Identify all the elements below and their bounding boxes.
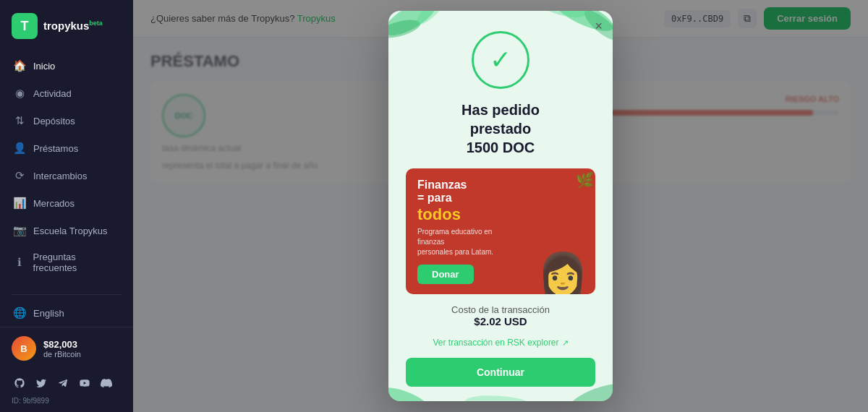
- modal-overlay: × ✓ Has pedido prestado 1500 DOC Finanza…: [133, 0, 868, 412]
- continue-button[interactable]: Continuar: [406, 358, 595, 387]
- language-icon: 🌐: [13, 306, 26, 319]
- ad-title-line2: = para: [417, 192, 452, 204]
- ad-title: Finanzas = para todos: [417, 179, 584, 223]
- transaction-cost-label: Costo de la transacción: [451, 304, 550, 315]
- rsk-explorer-link[interactable]: Ver transacción en RSK explorer ↗: [433, 338, 568, 348]
- ad-person-decoration: 👩: [537, 254, 588, 294]
- sidebar-label-intercambios: Intercambios: [33, 171, 87, 181]
- modal-close-button[interactable]: ×: [595, 20, 603, 33]
- sidebar-item-preguntas[interactable]: ℹ Preguntas frecuentes: [0, 244, 133, 280]
- deposit-icon: ⇅: [13, 114, 26, 127]
- transaction-cost: Costo de la transacción $2.02 USD: [451, 304, 550, 327]
- ad-banner: Finanzas = para todos Programa educativo…: [406, 168, 595, 294]
- markets-icon: 📊: [13, 197, 26, 210]
- logo[interactable]: T tropykusbeta: [0, 0, 133, 49]
- sidebar-label-actividad: Actividad: [33, 88, 72, 99]
- divider: [12, 294, 122, 295]
- sidebar-item-language[interactable]: 🌐 English: [0, 299, 133, 327]
- logo-text: tropykusbeta: [43, 20, 103, 33]
- explorer-link-label: Ver transacción en RSK explorer: [433, 338, 558, 348]
- main-content: ¿Quieres saber más de Tropykus? Tropykus…: [133, 0, 868, 412]
- youtube-icon[interactable]: [77, 375, 93, 391]
- success-modal: × ✓ Has pedido prestado 1500 DOC Finanza…: [388, 11, 613, 401]
- account-balance: $82,003: [43, 339, 122, 350]
- faq-icon: ℹ: [13, 256, 26, 269]
- twitter-icon[interactable]: [33, 375, 49, 391]
- ad-subtitle: Programa educativo en finanzaspersonales…: [417, 227, 509, 257]
- sidebar-label-preguntas: Preguntas frecuentes: [33, 252, 120, 273]
- sidebar-item-intercambios[interactable]: ⟳ Intercambios: [0, 162, 133, 189]
- check-mark-icon: ✓: [490, 47, 511, 73]
- account-sub: de rBitcoin: [43, 350, 122, 359]
- external-link-icon: ↗: [562, 338, 569, 348]
- home-icon: 🏠: [13, 59, 26, 72]
- logo-beta: beta: [89, 20, 103, 27]
- activity-icon: ◉: [13, 87, 26, 100]
- github-icon[interactable]: [12, 375, 27, 391]
- ad-donate-button[interactable]: Donar: [417, 265, 474, 284]
- sidebar-nav: 🏠 Inicio ◉ Actividad ⇅ Depósitos 👤 Prést…: [0, 49, 133, 290]
- sidebar-item-mercados[interactable]: 📊 Mercados: [0, 189, 133, 217]
- account-section: B $82,003 de rBitcoin: [0, 327, 133, 369]
- sidebar-label-prestamos: Préstamos: [33, 143, 78, 154]
- avatar: B: [12, 336, 36, 361]
- ad-title-highlight: todos: [417, 205, 461, 223]
- success-check-circle: ✓: [472, 31, 529, 89]
- modal-body: ✓ Has pedido prestado 1500 DOC Finanzas …: [388, 11, 613, 401]
- loans-icon: 👤: [13, 142, 26, 155]
- exchange-icon: ⟳: [13, 169, 26, 182]
- school-icon: 📷: [13, 224, 26, 237]
- transaction-cost-value: $2.02 USD: [451, 315, 550, 327]
- sidebar-item-escuela[interactable]: 📷 Escuela Tropykus: [0, 217, 133, 244]
- social-links: [0, 369, 133, 395]
- sidebar-item-depositos[interactable]: ⇅ Depósitos: [0, 107, 133, 134]
- telegram-icon[interactable]: [55, 375, 71, 391]
- ad-title-line1: Finanzas: [417, 179, 467, 191]
- modal-title: Has pedido prestado 1500 DOC: [461, 100, 540, 157]
- discord-icon[interactable]: [98, 375, 114, 391]
- sidebar-item-prestamos[interactable]: 👤 Préstamos: [0, 134, 133, 162]
- sidebar-label-depositos: Depósitos: [33, 116, 75, 126]
- sidebar-id: ID: 9bf9899: [0, 395, 133, 412]
- sidebar-item-inicio[interactable]: 🏠 Inicio: [0, 52, 133, 80]
- sidebar: T tropykusbeta 🏠 Inicio ◉ Actividad ⇅ De…: [0, 0, 133, 412]
- account-info: $82,003 de rBitcoin: [43, 339, 122, 359]
- sidebar-label-inicio: Inicio: [33, 61, 55, 72]
- sidebar-item-actividad[interactable]: ◉ Actividad: [0, 80, 133, 107]
- modal-title-line1: Has pedido: [461, 102, 540, 118]
- sidebar-label-mercados: Mercados: [33, 198, 75, 209]
- logo-icon: T: [12, 13, 38, 39]
- sidebar-label-escuela: Escuela Tropykus: [33, 226, 108, 236]
- modal-title-line3: 1500 DOC: [467, 140, 535, 155]
- modal-title-line2: prestado: [470, 121, 531, 137]
- language-label: English: [33, 308, 64, 319]
